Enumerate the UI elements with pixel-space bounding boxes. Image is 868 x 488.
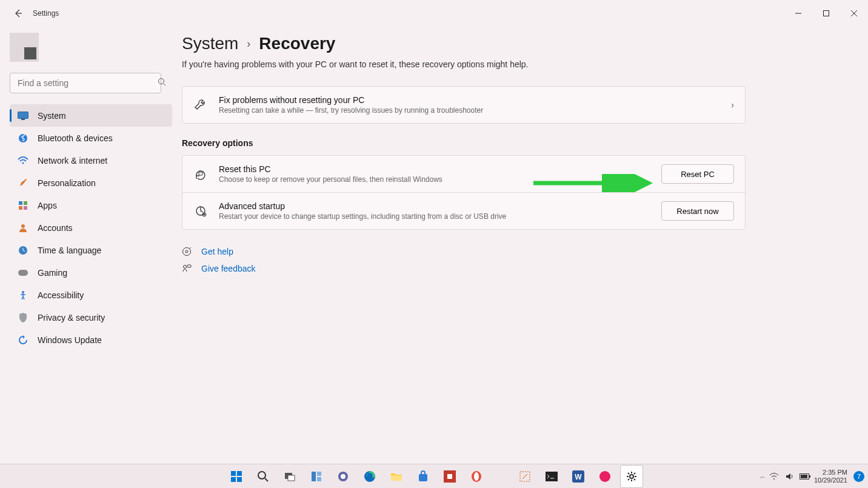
- svg-point-26: [258, 472, 265, 479]
- main-content: System › Recovery If you're having probl…: [182, 27, 868, 464]
- app-icon[interactable]: [438, 465, 461, 488]
- svg-point-46: [630, 475, 633, 478]
- maximize-button[interactable]: [812, 4, 840, 23]
- restart-now-button[interactable]: Restart now: [661, 201, 734, 221]
- svg-point-19: [184, 266, 187, 269]
- sidebar-item-accounts[interactable]: Accounts: [10, 216, 172, 239]
- display-icon: [17, 110, 29, 122]
- sidebar-item-label: Network & internet: [38, 156, 107, 165]
- svg-point-47: [773, 478, 775, 480]
- user-avatar[interactable]: [10, 33, 39, 62]
- widgets-icon[interactable]: [305, 465, 328, 488]
- taskbar-center: W: [225, 465, 643, 488]
- svg-rect-49: [809, 475, 810, 478]
- wifi-tray-icon: [769, 473, 779, 480]
- svg-rect-28: [288, 475, 295, 481]
- teams-chat-icon[interactable]: [332, 465, 355, 488]
- volume-tray-icon: [785, 472, 793, 481]
- chevron-right-icon: ›: [731, 100, 734, 110]
- shield-icon: [17, 312, 29, 324]
- taskbar-search-icon[interactable]: [252, 465, 275, 488]
- file-explorer-icon[interactable]: [385, 465, 408, 488]
- svg-rect-29: [312, 472, 316, 481]
- back-button[interactable]: [7, 2, 29, 24]
- sidebar-item-bluetooth[interactable]: Bluetooth & devices: [10, 127, 172, 149]
- sidebar: System Bluetooth & devices Network & int…: [0, 27, 182, 464]
- sidebar-item-privacy[interactable]: Privacy & security: [10, 306, 172, 329]
- get-help-link[interactable]: Get help: [201, 247, 233, 256]
- get-help-row: Get help: [182, 247, 868, 256]
- sidebar-item-label: Windows Update: [38, 335, 102, 345]
- sidebar-item-label: Privacy & security: [38, 313, 105, 323]
- fix-problems-card[interactable]: Fix problems without resetting your PC R…: [182, 86, 746, 124]
- reset-pc-button[interactable]: Reset PC: [661, 164, 734, 184]
- reset-pc-desc: Choose to keep or remove your personal f…: [219, 175, 661, 184]
- close-button[interactable]: [840, 4, 868, 23]
- svg-point-5: [22, 162, 24, 164]
- window-controls: [784, 4, 868, 23]
- svg-rect-38: [447, 474, 452, 479]
- notification-badge[interactable]: 7: [853, 471, 864, 482]
- recovery-options-group: Reset this PC Choose to keep or remove y…: [182, 155, 746, 230]
- section-label: Recovery options: [182, 138, 868, 148]
- svg-rect-31: [317, 477, 321, 481]
- breadcrumb-parent[interactable]: System: [182, 34, 238, 53]
- svg-point-13: [22, 291, 24, 293]
- bluetooth-icon: [17, 132, 29, 144]
- edge-icon[interactable]: [358, 465, 381, 488]
- svg-rect-36: [419, 474, 427, 481]
- tray-expand-icon[interactable]: ︿: [760, 472, 766, 481]
- svg-text:W: W: [575, 473, 582, 481]
- svg-rect-35: [391, 475, 402, 481]
- titlebar: Settings: [0, 0, 868, 27]
- start-button[interactable]: [225, 465, 248, 488]
- wifi-icon: [17, 155, 29, 167]
- taskbar-clock[interactable]: 2:35 PM 10/29/2021: [814, 469, 850, 484]
- word-icon[interactable]: W: [567, 465, 590, 488]
- sidebar-item-accessibility[interactable]: Accessibility: [10, 284, 172, 306]
- sidebar-item-time[interactable]: Time & language: [10, 239, 172, 261]
- advanced-startup-title: Advanced startup: [219, 201, 661, 211]
- task-view-icon[interactable]: [278, 465, 301, 488]
- app2-icon[interactable]: [593, 465, 616, 488]
- feedback-icon: [182, 264, 192, 273]
- reset-pc-title: Reset this PC: [219, 164, 661, 174]
- search-input[interactable]: [10, 73, 161, 93]
- page-title: Recovery: [259, 34, 335, 53]
- search-wrap: [10, 73, 172, 93]
- give-feedback-link[interactable]: Give feedback: [201, 264, 256, 273]
- svg-rect-20: [187, 265, 191, 267]
- fix-problems-title: Fix problems without resetting your PC: [219, 95, 731, 105]
- svg-rect-3: [21, 119, 25, 120]
- terminal-icon[interactable]: [540, 465, 563, 488]
- svg-rect-30: [317, 472, 321, 476]
- sidebar-item-update[interactable]: Windows Update: [10, 329, 172, 351]
- snip-icon[interactable]: [513, 465, 536, 488]
- system-tray[interactable]: [769, 472, 810, 481]
- arrow-left-icon: [13, 8, 23, 18]
- opera-icon[interactable]: [465, 465, 488, 488]
- sidebar-item-personalization[interactable]: Personalization: [10, 172, 172, 194]
- accessibility-icon: [17, 289, 29, 301]
- settings-taskbar-icon[interactable]: [620, 465, 643, 488]
- help-links: Get help Give feedback: [182, 247, 868, 273]
- sidebar-item-label: Bluetooth & devices: [38, 133, 113, 143]
- sidebar-item-apps[interactable]: Apps: [10, 194, 172, 216]
- svg-rect-24: [231, 477, 236, 482]
- sidebar-item-network[interactable]: Network & internet: [10, 149, 172, 172]
- chevron-right-icon: ›: [247, 38, 250, 50]
- minimize-button[interactable]: [784, 4, 812, 23]
- reset-this-pc-row: Reset this PC Choose to keep or remove y…: [182, 156, 745, 192]
- gamepad-icon: [17, 267, 29, 279]
- svg-point-33: [341, 474, 346, 479]
- svg-rect-8: [19, 206, 22, 210]
- taskbar-right: ︿ 2:35 PM 10/29/2021 7: [760, 469, 864, 484]
- svg-rect-50: [801, 475, 807, 478]
- clock-time: 2:35 PM: [814, 469, 847, 476]
- svg-rect-9: [24, 206, 27, 210]
- store-icon[interactable]: [412, 465, 435, 488]
- sidebar-item-gaming[interactable]: Gaming: [10, 261, 172, 284]
- sidebar-item-system[interactable]: System: [10, 104, 172, 127]
- advanced-startup-icon: [193, 204, 208, 218]
- sidebar-item-label: System: [38, 111, 66, 121]
